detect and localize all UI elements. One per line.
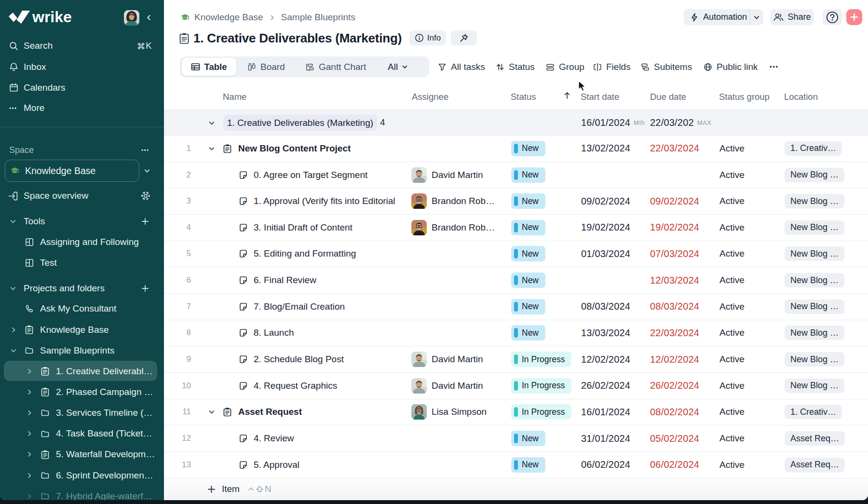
svg-text:wrike: wrike xyxy=(32,8,72,26)
